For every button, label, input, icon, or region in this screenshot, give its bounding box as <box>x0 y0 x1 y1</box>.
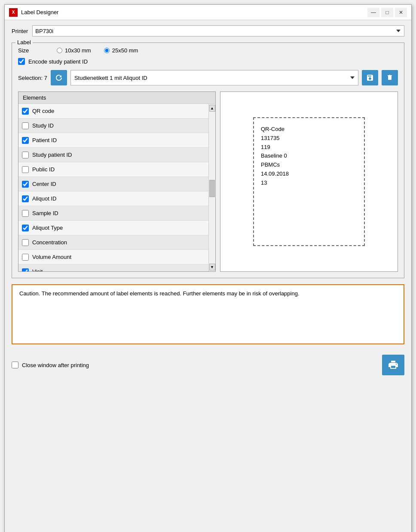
list-item: Patient ID <box>18 133 208 148</box>
encode-checkbox[interactable] <box>18 58 25 65</box>
elements-scrollbar[interactable]: ▲▼ <box>208 104 215 271</box>
close-window-checkbox[interactable] <box>12 362 18 368</box>
printer-row: Printer BP730i <box>12 25 404 36</box>
list-item: Aliquot ID <box>18 192 208 206</box>
printer-select[interactable]: BP730i <box>32 25 404 36</box>
element-checkbox-7[interactable] <box>22 210 29 217</box>
element-checkbox-11[interactable] <box>22 268 29 272</box>
element-label-11: Visit <box>32 268 43 271</box>
label-preview: QR-Code131735119Baseline 0PBMCs14.09.201… <box>253 117 365 246</box>
content-area: Printer BP730i Label Size 10x30 mm 25x50… <box>5 20 411 385</box>
window-controls: — □ ✕ <box>367 8 407 17</box>
selection-label: Selection: 7 <box>18 75 47 81</box>
list-item: Public ID <box>18 162 208 177</box>
list-item: Study patient ID <box>18 148 208 162</box>
print-icon <box>388 359 399 371</box>
scroll-up-arrow[interactable]: ▲ <box>209 105 215 112</box>
close-window-label: Close window after printing <box>22 362 89 368</box>
list-item: Study ID <box>18 119 208 133</box>
element-label-1: Study ID <box>32 122 54 129</box>
print-button[interactable] <box>382 355 404 375</box>
preview-line-5: 14.09.2018 <box>261 170 357 179</box>
delete-button[interactable] <box>382 70 398 85</box>
delete-icon <box>386 74 394 82</box>
preview-line-6: 13 <box>261 179 357 188</box>
element-checkbox-10[interactable] <box>22 254 29 261</box>
element-checkbox-8[interactable] <box>22 225 29 231</box>
size-option-1-label: 10x30 mm <box>65 47 91 54</box>
list-item: Sample ID <box>18 206 208 221</box>
caution-text: Caution. The recommended amount of label… <box>19 290 300 297</box>
element-label-5: Center ID <box>32 181 56 187</box>
selection-row: Selection: 7 Studienetikett 1 mit Aliquo… <box>18 70 398 85</box>
element-label-8: Aliquot Type <box>32 225 63 231</box>
save-button[interactable] <box>362 70 378 85</box>
element-checkbox-5[interactable] <box>22 181 29 188</box>
element-label-7: Sample ID <box>32 210 58 216</box>
scroll-down-arrow[interactable]: ▼ <box>209 264 215 271</box>
size-radio-1[interactable] <box>57 48 62 53</box>
preview-line-4: PBMCs <box>261 161 357 170</box>
element-checkbox-1[interactable] <box>22 122 29 129</box>
list-item: Concentration <box>18 235 208 250</box>
list-item: Aliquot Type <box>18 221 208 235</box>
main-area: Elements QR codeStudy IDPatient IDStudy … <box>18 91 398 272</box>
template-select[interactable]: Studienetikett 1 mit Aliquot ID <box>70 70 358 85</box>
element-checkbox-0[interactable] <box>22 108 29 115</box>
element-label-4: Public ID <box>32 166 55 173</box>
list-item: Visit <box>18 264 208 271</box>
caution-box: Caution. The recommended amount of label… <box>12 284 404 344</box>
label-group-legend: Label <box>15 39 33 46</box>
preview-panel: QR-Code131735119Baseline 0PBMCs14.09.201… <box>220 91 398 272</box>
element-label-9: Concentration <box>32 239 67 246</box>
close-button[interactable]: ✕ <box>395 8 407 17</box>
refresh-button[interactable] <box>51 70 67 85</box>
preview-line-0: QR-Code <box>261 125 357 134</box>
window-title: Label Designer <box>21 9 58 15</box>
save-icon <box>366 74 374 82</box>
main-window: X Label Designer — □ ✕ Printer BP730i La… <box>4 4 412 532</box>
elements-panel: Elements QR codeStudy IDPatient IDStudy … <box>18 91 216 272</box>
list-item: Volume Amount <box>18 250 208 264</box>
element-checkbox-9[interactable] <box>22 239 29 246</box>
element-checkbox-2[interactable] <box>22 137 29 144</box>
elements-list[interactable]: QR codeStudy IDPatient IDStudy patient I… <box>18 104 215 271</box>
size-option-1[interactable]: 10x30 mm <box>57 47 91 54</box>
size-option-2[interactable]: 25x50 mm <box>104 47 138 54</box>
element-label-10: Volume Amount <box>32 254 71 260</box>
minimize-button[interactable]: — <box>367 8 379 17</box>
element-label-3: Study patient ID <box>32 152 72 158</box>
element-checkbox-3[interactable] <box>22 152 29 158</box>
element-label-0: QR code <box>32 108 54 114</box>
close-window-row: Close window after printing <box>12 362 89 368</box>
elements-header: Elements <box>18 92 215 104</box>
element-label-6: Aliquot ID <box>32 195 56 202</box>
element-label-2: Patient ID <box>32 137 57 143</box>
title-bar-left: X Label Designer <box>9 8 58 17</box>
footer-row: Close window after printing <box>12 350 404 380</box>
list-item: QR code <box>18 104 208 119</box>
printer-label: Printer <box>12 28 28 34</box>
preview-line-2: 119 <box>261 143 357 152</box>
list-item: Center ID <box>18 177 208 192</box>
size-radio-2[interactable] <box>104 48 110 53</box>
label-group: Label Size 10x30 mm 25x50 mm Encode stud… <box>12 43 404 278</box>
preview-line-1: 131735 <box>261 134 357 143</box>
maximize-button[interactable]: □ <box>381 8 393 17</box>
size-label: Size <box>18 47 44 54</box>
encode-row: Encode study patient ID <box>18 58 398 65</box>
size-row: Size 10x30 mm 25x50 mm <box>18 47 398 54</box>
scrollbar-thumb[interactable] <box>209 180 215 197</box>
title-bar: X Label Designer — □ ✕ <box>5 5 411 20</box>
element-checkbox-6[interactable] <box>22 195 29 202</box>
size-option-2-label: 25x50 mm <box>112 47 138 54</box>
refresh-icon <box>55 74 63 82</box>
element-checkbox-4[interactable] <box>22 166 29 173</box>
app-icon: X <box>9 8 18 17</box>
encode-label: Encode study patient ID <box>28 58 88 65</box>
preview-line-3: Baseline 0 <box>261 152 357 161</box>
